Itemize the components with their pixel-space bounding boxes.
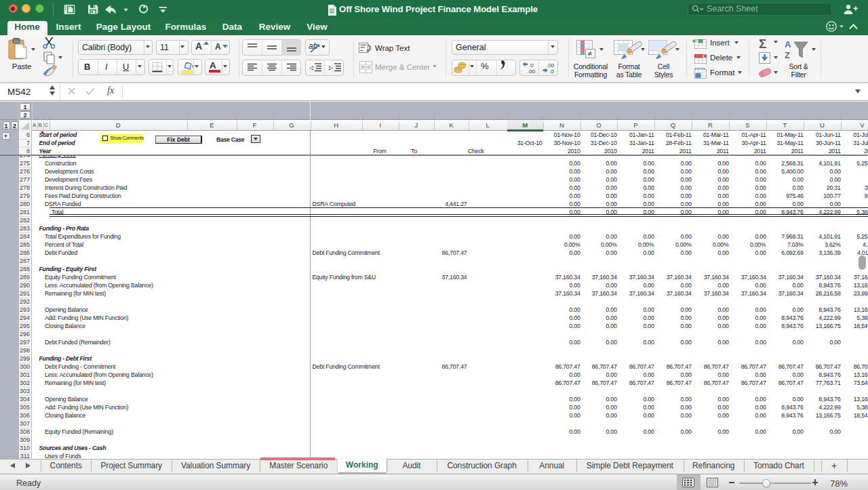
svg-text:A: A — [785, 39, 791, 49]
svg-text:.0: .0 — [529, 62, 534, 68]
svg-text:.00: .00 — [528, 68, 536, 75]
svg-text:.00: .00 — [547, 62, 555, 68]
svg-text:Z: Z — [785, 50, 790, 60]
svg-text:≠: ≠ — [588, 49, 592, 58]
svg-text:.0: .0 — [549, 68, 554, 75]
